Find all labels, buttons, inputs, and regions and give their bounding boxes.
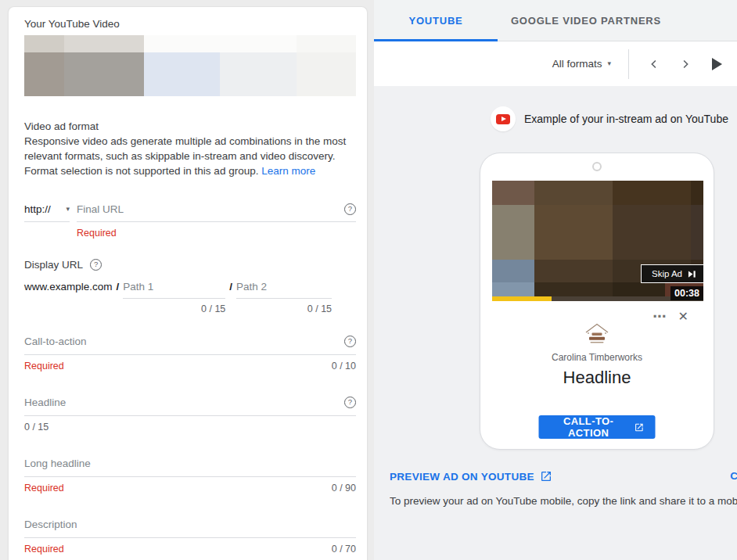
advertiser-name: Carolina Timberworks — [480, 352, 714, 363]
display-url-domain: www.example.com — [24, 281, 113, 293]
char-counter: 0 / 90 — [332, 483, 356, 494]
path2-column: Path 2 0 / 15 — [236, 281, 332, 314]
video-player: Skip Ad 00:38 — [492, 181, 703, 296]
path2-input[interactable]: Path 2 — [236, 281, 332, 299]
preview-toolbar: All formats ▾ — [374, 41, 737, 86]
help-icon[interactable]: ? — [344, 203, 356, 215]
headline-meta: 0 / 15 — [24, 422, 356, 433]
phone-mockup: Skip Ad 00:38 ⋯ ✕ Carolina Timber — [480, 153, 714, 450]
description-meta: Required 0 / 70 — [24, 544, 356, 555]
youtube-icon — [491, 106, 516, 131]
cta-button-label: CALL-TO-ACTION — [550, 415, 627, 439]
all-formats-dropdown[interactable]: All formats ▾ — [552, 58, 611, 70]
long-headline-placeholder: Long headline — [24, 458, 91, 469]
ad-preview-panel: YOUTUBE GOOGLE VIDEO PARTNERS All format… — [374, 0, 737, 560]
required-error: Required — [24, 483, 64, 494]
final-url-row: http:// ▾ Final URL ? — [24, 203, 356, 222]
chevron-left-icon — [647, 57, 661, 71]
headline-field-group: Headline ? 0 / 15 — [24, 397, 356, 433]
cta-button[interactable]: CALL-TO-ACTION — [539, 415, 656, 439]
tab-youtube[interactable]: YOUTUBE — [374, 0, 498, 41]
chevron-down-icon: ▾ — [66, 206, 70, 213]
all-formats-label: All formats — [552, 58, 602, 70]
path1-input[interactable]: Path 1 — [123, 281, 225, 299]
help-icon[interactable]: ? — [344, 397, 356, 408]
path1-counter: 0 / 15 — [123, 303, 225, 314]
video-ad-format-note: Video ad format Responsive video ads gen… — [24, 119, 356, 178]
play-icon — [710, 57, 723, 71]
previous-preview-button[interactable] — [638, 48, 670, 80]
display-url-label-row: Display URL ? — [24, 259, 356, 271]
help-icon[interactable]: ? — [344, 336, 356, 347]
path-separator: / — [113, 281, 124, 293]
skip-ad-label: Skip Ad — [652, 269, 682, 278]
tab-google-video-partners[interactable]: GOOGLE VIDEO PARTNERS — [498, 0, 674, 41]
long-headline-field-group: Long headline Required 0 / 90 — [24, 458, 356, 494]
external-link-icon — [540, 470, 552, 483]
google-ads-video-ad-editor: Your YouTube Video Video ad format Respo… — [0, 0, 737, 560]
final-url-required-error: Required — [77, 228, 356, 239]
path1-column: Path 1 0 / 15 — [123, 281, 225, 314]
video-ad-format-title: Video ad format — [24, 119, 356, 134]
char-counter: 0 / 10 — [332, 361, 356, 372]
call-to-action-placeholder: Call-to-action — [24, 336, 87, 347]
call-to-action-field-group: Call-to-action ? Required 0 / 10 — [24, 336, 356, 372]
path-separator: / — [225, 281, 236, 293]
headline-input[interactable]: Headline ? — [24, 397, 356, 416]
url-protocol-select[interactable]: http:// ▾ — [24, 203, 70, 222]
phone-camera-dot — [592, 162, 602, 171]
skip-next-icon — [688, 270, 696, 278]
more-options-icon[interactable]: ⋯ — [653, 310, 667, 323]
ad-time-remaining: 00:38 — [670, 286, 703, 300]
preview-tab-bar: YOUTUBE GOOGLE VIDEO PARTNERS — [374, 0, 737, 41]
copy-link-truncated[interactable]: C — [730, 470, 737, 482]
path2-counter: 0 / 15 — [236, 303, 332, 314]
call-to-action-input[interactable]: Call-to-action ? — [24, 336, 356, 355]
display-url-label: Display URL — [24, 259, 83, 271]
mobile-preview-note: To preview your ad on YouTube mobile, co… — [390, 495, 737, 507]
learn-more-link[interactable]: Learn more — [261, 165, 315, 177]
toolbar-divider — [628, 49, 629, 79]
skip-ad-button[interactable]: Skip Ad — [641, 264, 703, 283]
preview-heading-text: Example of your in-stream ad on YouTube — [524, 113, 728, 125]
long-headline-meta: Required 0 / 90 — [24, 483, 356, 494]
chevron-right-icon — [678, 57, 692, 71]
external-link-icon — [635, 422, 645, 433]
char-counter: 0 / 70 — [332, 544, 356, 555]
advertiser-logo — [579, 321, 615, 351]
video-thumbnail-preview — [24, 35, 356, 96]
next-preview-button[interactable] — [670, 48, 701, 80]
description-placeholder: Description — [24, 519, 77, 530]
play-preview-button[interactable] — [701, 48, 732, 80]
your-video-label: Your YouTube Video — [24, 18, 356, 30]
chevron-down-icon: ▾ — [607, 60, 611, 67]
description-field-group: Description Required 0 / 70 — [24, 519, 356, 555]
call-to-action-meta: Required 0 / 10 — [24, 361, 356, 372]
close-icon[interactable]: ✕ — [678, 311, 688, 323]
required-error: Required — [24, 544, 64, 555]
final-url-placeholder: Final URL — [77, 203, 124, 215]
url-protocol-value: http:// — [24, 203, 51, 215]
required-error: Required — [24, 361, 64, 372]
description-input[interactable]: Description — [24, 519, 356, 538]
progress-fill — [492, 296, 552, 301]
ad-form-panel: Your YouTube Video Video ad format Respo… — [8, 6, 368, 560]
long-headline-input[interactable]: Long headline — [24, 458, 356, 477]
help-icon[interactable]: ? — [90, 259, 102, 271]
final-url-input[interactable]: Final URL ? — [77, 203, 356, 222]
display-url-paths-row: www.example.com / Path 1 0 / 15 / Path 2… — [24, 281, 356, 314]
preview-heading: Example of your in-stream ad on YouTube — [491, 106, 728, 131]
preview-ad-on-youtube-link[interactable]: PREVIEW AD ON YOUTUBE — [390, 470, 552, 483]
preview-link-label: PREVIEW AD ON YOUTUBE — [390, 471, 534, 483]
ad-headline-preview: Headline — [480, 368, 714, 388]
char-counter: 0 / 15 — [24, 422, 49, 433]
ad-card-actions: ⋯ ✕ — [653, 310, 688, 323]
headline-placeholder: Headline — [24, 397, 66, 408]
